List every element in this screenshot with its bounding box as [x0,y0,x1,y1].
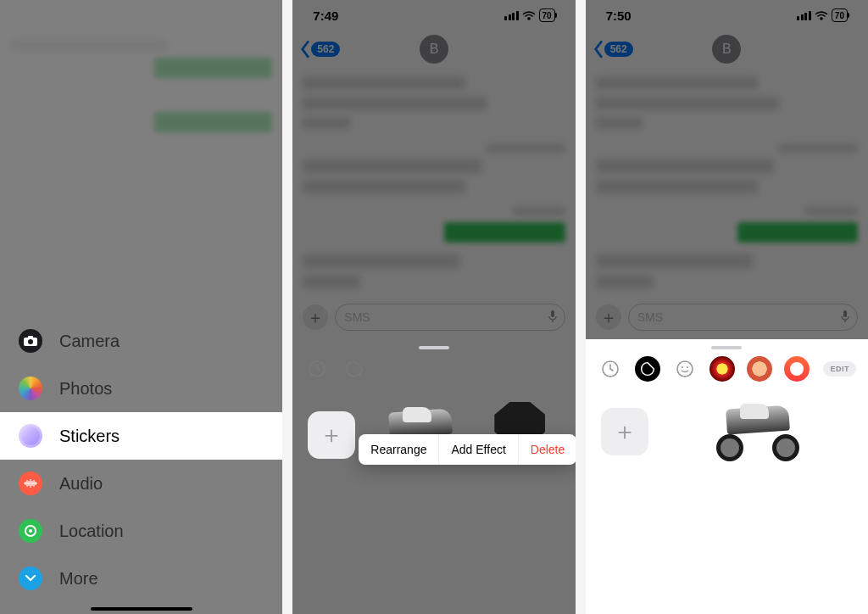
svg-point-9 [687,366,688,368]
messages-area-dimmed [0,31,282,136]
sticker-pack-3-icon[interactable] [784,356,810,382]
sheet-label: Stickers [59,427,120,446]
sticker-tray: ＋ [292,339,575,519]
sheet-grabber[interactable] [711,346,742,349]
screenshot-panel-3: 7:50 70 562 B ＋ SMS [586,0,868,614]
camera-icon [19,329,42,353]
recents-tab-icon[interactable] [304,356,330,382]
location-icon [19,519,42,543]
ctx-add-effect[interactable]: Add Effect [439,434,518,465]
sticker-tabs: EDIT [586,353,868,387]
sheet-label: More [59,569,98,589]
sheet-grabber[interactable] [419,346,449,349]
edit-button[interactable]: EDIT [823,361,856,377]
sheet-label: Audio [59,474,103,494]
sticker-pack-1-icon[interactable] [709,356,735,382]
sticker-context-menu: Rearrange Add Effect Delete [359,434,575,465]
sticker-pack-2-icon[interactable] [747,356,772,382]
sheet-row-more[interactable]: More [0,555,282,602]
svg-point-7 [677,361,693,377]
stickers-icon [19,424,42,448]
sticker-grid: ＋ [586,387,868,512]
photos-icon [19,377,42,400]
stickers-tab-icon[interactable] [342,356,367,382]
screenshot-panel-2: 7:49 70 562 B ＋ SMS [292,0,575,614]
sheet-label: Location [59,522,124,541]
sheet-label: Camera [59,332,120,351]
add-sticker-button[interactable]: ＋ [601,408,648,455]
ctx-rearrange[interactable]: Rearrange [359,434,439,465]
status-bar [0,0,282,31]
sticker-motorcycle[interactable] [711,402,804,461]
add-sticker-button[interactable]: ＋ [308,411,355,459]
recents-tab-icon[interactable] [598,356,623,382]
sheet-row-audio[interactable]: Audio [0,460,282,507]
home-indicator [91,607,192,611]
stickers-tab-icon[interactable] [635,356,660,382]
dim-overlay [292,0,575,614]
sheet-row-location[interactable]: Location [0,507,282,555]
sticker-tabs [292,353,575,387]
emoji-tab-icon[interactable] [672,356,698,382]
svg-rect-2 [28,336,33,338]
sticker-tray: EDIT ＋ [586,339,868,512]
svg-point-1 [28,339,33,344]
audio-icon [19,472,42,495]
app-drawer-sheet: Camera Photos Stickers Audio Location Mo… [0,317,282,614]
sheet-label: Photos [59,379,112,399]
screenshot-panel-1: Camera Photos Stickers Audio Location Mo… [0,0,282,614]
ctx-delete[interactable]: Delete [519,434,576,465]
sheet-row-stickers[interactable]: Stickers [0,412,282,460]
sheet-row-camera[interactable]: Camera [0,317,282,365]
more-chevron-icon [19,567,42,590]
svg-point-8 [682,366,683,368]
sheet-row-photos[interactable]: Photos [0,365,282,412]
